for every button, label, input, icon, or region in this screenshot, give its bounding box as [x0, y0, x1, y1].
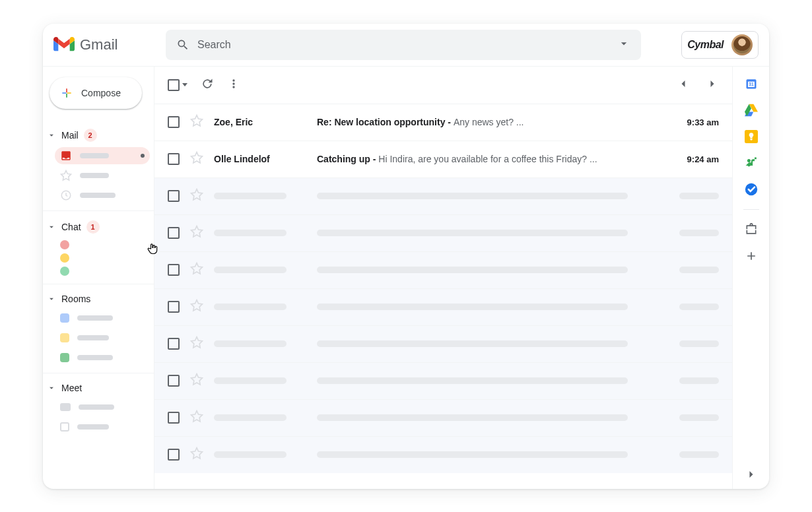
sidebar-item-starred[interactable]	[55, 167, 150, 184]
star-button[interactable]	[190, 114, 203, 130]
nav-section-rooms: Rooms	[43, 284, 154, 373]
checkbox-icon	[168, 449, 180, 461]
star-button[interactable]	[190, 299, 203, 315]
checkbox-icon	[168, 227, 180, 239]
mail-label: Mail	[61, 130, 79, 141]
message-time	[673, 340, 719, 347]
next-page-button[interactable]	[706, 77, 719, 93]
gmail-logo[interactable]: Gmail	[53, 36, 152, 53]
row-checkbox[interactable]	[168, 153, 180, 165]
chat-contact-2[interactable]	[60, 253, 150, 263]
nav-header-rooms[interactable]: Rooms	[43, 291, 154, 307]
message-content: Re: New location opportunity - Any news …	[317, 117, 662, 127]
room-2[interactable]	[55, 329, 150, 346]
expand-rail-button[interactable]	[745, 468, 758, 481]
compose-button[interactable]: Compose	[50, 77, 142, 109]
row-checkbox[interactable]	[168, 116, 180, 128]
meet-new[interactable]	[55, 399, 150, 416]
row-checkbox[interactable]	[168, 301, 180, 313]
search-options-dropdown[interactable]	[617, 37, 630, 53]
message-time	[673, 193, 719, 199]
mail-badge: 2	[84, 129, 97, 142]
tasks-app-icon[interactable]	[745, 183, 758, 196]
calendar-app-icon[interactable]: 31	[745, 77, 758, 90]
message-row-placeholder[interactable]	[154, 177, 732, 214]
row-checkbox[interactable]	[168, 449, 180, 461]
room-1[interactable]	[55, 309, 150, 327]
star-button[interactable]	[190, 336, 203, 352]
message-row[interactable]: Olle Lindelof Catching up - Hi Indira, a…	[154, 141, 732, 177]
presence-dot-icon	[60, 240, 69, 249]
message-sender	[214, 193, 306, 199]
body: Compose Mail 2	[43, 66, 769, 489]
message-row-placeholder[interactable]	[154, 214, 732, 251]
message-sender: Zoe, Eric	[214, 117, 306, 127]
room-3[interactable]	[55, 349, 150, 366]
nav-header-mail[interactable]: Mail 2	[43, 126, 154, 144]
toolbar	[154, 67, 732, 104]
star-button[interactable]	[190, 225, 203, 241]
row-checkbox[interactable]	[168, 264, 180, 276]
message-time	[673, 230, 719, 236]
message-row-placeholder[interactable]	[154, 436, 732, 473]
sidebar-item-snoozed[interactable]	[55, 187, 150, 204]
account-switcher[interactable]: Cymbal	[681, 31, 759, 59]
star-button[interactable]	[190, 410, 203, 426]
star-button[interactable]	[190, 447, 203, 463]
message-list[interactable]: Zoe, Eric Re: New location opportunity -…	[154, 104, 732, 489]
meet-join[interactable]	[55, 418, 150, 435]
chat-contact-3[interactable]	[60, 267, 150, 276]
plus-icon	[60, 86, 73, 100]
keep-app-icon[interactable]	[745, 130, 758, 143]
rooms-label: Rooms	[61, 294, 90, 304]
message-row-placeholder[interactable]	[154, 251, 732, 288]
separator	[743, 209, 759, 210]
checkbox-icon	[168, 338, 180, 350]
star-button[interactable]	[190, 373, 203, 389]
compose-label: Compose	[81, 88, 121, 98]
message-content	[317, 340, 662, 347]
sidebar: Compose Mail 2	[43, 67, 154, 489]
message-row-placeholder[interactable]	[154, 399, 732, 436]
sidebar-item-inbox[interactable]	[55, 147, 150, 164]
header: Gmail Cymbal	[43, 24, 769, 66]
star-button[interactable]	[190, 188, 203, 204]
app-window: Gmail Cymbal Compose	[43, 24, 769, 489]
contacts-app-icon[interactable]	[745, 156, 758, 170]
row-checkbox[interactable]	[168, 375, 180, 387]
search-bar[interactable]	[166, 30, 641, 60]
star-button[interactable]	[190, 151, 203, 167]
message-content	[317, 451, 662, 458]
message-row-placeholder[interactable]	[154, 288, 732, 325]
caret-down-icon	[47, 131, 56, 140]
avatar[interactable]	[731, 34, 753, 55]
inbox-icon	[60, 150, 72, 162]
message-time: 9:24 am	[673, 154, 719, 164]
chat-contact-1[interactable]	[60, 240, 150, 249]
row-checkbox[interactable]	[168, 190, 180, 202]
checkbox-icon	[168, 375, 180, 387]
nav-header-meet[interactable]: Meet	[43, 380, 154, 396]
search-input[interactable]	[197, 39, 609, 51]
select-all-checkbox[interactable]	[168, 79, 187, 91]
nav-header-chat[interactable]: Chat 1	[43, 218, 154, 236]
message-row[interactable]: Zoe, Eric Re: New location opportunity -…	[154, 104, 732, 141]
caret-down-icon	[182, 83, 187, 86]
refresh-button[interactable]	[201, 77, 214, 93]
more-button[interactable]	[227, 77, 240, 93]
message-row-placeholder[interactable]	[154, 325, 732, 362]
main-pane: Zoe, Eric Re: New location opportunity -…	[154, 67, 732, 489]
message-time	[673, 451, 719, 458]
row-checkbox[interactable]	[168, 338, 180, 350]
row-checkbox[interactable]	[168, 412, 180, 424]
message-content	[317, 304, 662, 310]
message-row-placeholder[interactable]	[154, 362, 732, 399]
presence-dot-icon	[60, 253, 69, 263]
star-button[interactable]	[190, 262, 203, 278]
drive-app-icon[interactable]	[745, 104, 758, 117]
addons-icon[interactable]	[745, 223, 758, 236]
row-checkbox[interactable]	[168, 227, 180, 239]
svg-point-8	[747, 158, 750, 162]
prev-page-button[interactable]	[677, 77, 690, 93]
add-button[interactable]	[745, 249, 758, 263]
